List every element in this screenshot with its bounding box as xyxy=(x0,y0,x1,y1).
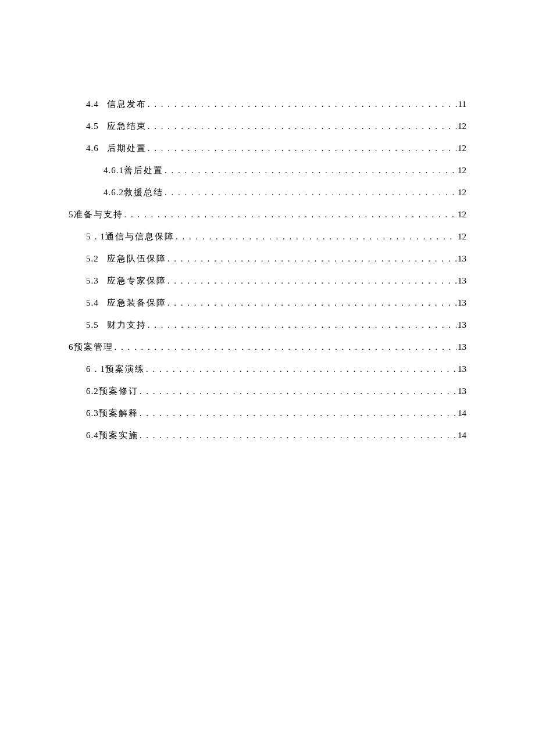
toc-entry[interactable]: 6预案管理13 xyxy=(69,342,466,353)
toc-title: 应急队伍保障 xyxy=(107,253,166,264)
toc-entry[interactable]: 4.4信息发布11 xyxy=(69,99,466,110)
toc-num: 4.6 xyxy=(86,144,99,153)
toc-title: 救援总结 xyxy=(124,187,163,198)
toc-leader xyxy=(146,364,456,374)
toc-title: 预案管理 xyxy=(74,342,113,353)
toc-leader xyxy=(148,121,456,131)
toc-entry[interactable]: 4.5应急结束12 xyxy=(69,121,466,132)
toc-num: 5．1 xyxy=(86,231,105,242)
toc-num: 4.4 xyxy=(86,99,99,109)
toc-num: 6.4 xyxy=(86,431,99,440)
toc-page: 13 xyxy=(458,254,466,264)
toc-entry[interactable]: 4.6后期处置12 xyxy=(69,143,466,154)
toc-entry[interactable]: 5.3应急专家保障13 xyxy=(69,275,466,286)
toc-title: 善后处置 xyxy=(124,165,163,176)
toc-title: 预案演练 xyxy=(105,364,145,375)
toc-title: 应急专家保障 xyxy=(107,275,166,286)
toc-num: 4.6.1 xyxy=(104,166,124,175)
toc-num: 6.3 xyxy=(86,409,99,418)
toc-num: 5.5 xyxy=(86,320,99,330)
toc-title: 财力支持 xyxy=(107,320,147,331)
toc-num: 6．1 xyxy=(86,364,105,375)
toc-leader xyxy=(115,342,457,352)
table-of-contents: 4.4信息发布114.5应急结束124.6后期处置124.6.1善后处置124.… xyxy=(69,99,466,441)
toc-entry[interactable]: 6．1预案演练13 xyxy=(69,364,466,375)
toc-page: 12 xyxy=(458,121,466,131)
toc-page: 12 xyxy=(458,144,466,153)
toc-page: 14 xyxy=(458,409,466,418)
toc-title: 后期处置 xyxy=(107,143,147,154)
toc-entry[interactable]: 6.3预案解释14 xyxy=(69,408,466,419)
toc-leader xyxy=(167,298,456,308)
toc-leader xyxy=(167,254,456,264)
toc-page: 12 xyxy=(458,232,466,242)
toc-leader xyxy=(124,210,457,220)
toc-leader xyxy=(140,386,456,396)
toc-page: 11 xyxy=(458,99,466,109)
toc-page: 13 xyxy=(458,298,466,308)
toc-num: 5.4 xyxy=(86,298,99,308)
toc-num: 5.2 xyxy=(86,254,99,264)
toc-leader xyxy=(140,409,456,418)
toc-page: 13 xyxy=(458,342,466,352)
toc-title: 通信与信息保障 xyxy=(105,231,174,242)
toc-entry[interactable]: 5.5财力支持13 xyxy=(69,320,466,331)
toc-num: 5 xyxy=(69,210,74,220)
toc-page: 12 xyxy=(458,166,466,175)
toc-page: 12 xyxy=(458,188,466,198)
toc-page: 13 xyxy=(458,364,466,374)
toc-title: 准备与支持 xyxy=(74,209,123,220)
toc-page: 14 xyxy=(458,431,466,440)
toc-page: 13 xyxy=(458,386,466,396)
toc-title: 应急结束 xyxy=(107,121,147,132)
toc-title: 预案解释 xyxy=(99,408,138,419)
toc-num: 6.2 xyxy=(86,386,99,396)
toc-entry[interactable]: 6.2预案修订13 xyxy=(69,386,466,397)
toc-entry[interactable]: 5.4应急装备保障13 xyxy=(69,298,466,309)
toc-entry[interactable]: 5.2应急队伍保障13 xyxy=(69,253,466,264)
toc-leader xyxy=(176,232,456,242)
toc-leader xyxy=(165,188,456,198)
toc-num: 4.5 xyxy=(86,121,99,131)
toc-leader xyxy=(165,166,456,175)
toc-num: 5.3 xyxy=(86,276,99,286)
toc-num: 6 xyxy=(69,342,74,352)
toc-entry[interactable]: 5准备与支持12 xyxy=(69,209,466,220)
toc-leader xyxy=(148,144,456,153)
toc-title: 预案修订 xyxy=(99,386,138,397)
toc-entry[interactable]: 6.4预案实施14 xyxy=(69,430,466,441)
toc-num: 4.6.2 xyxy=(104,188,124,198)
toc-entry[interactable]: 4.6.2救援总结12 xyxy=(69,187,466,198)
toc-leader xyxy=(167,276,456,286)
toc-leader xyxy=(148,320,456,330)
toc-page: 12 xyxy=(458,210,466,220)
toc-title: 信息发布 xyxy=(107,99,147,110)
toc-entry[interactable]: 4.6.1善后处置12 xyxy=(69,165,466,176)
toc-leader xyxy=(148,99,457,109)
toc-title: 应急装备保障 xyxy=(107,298,166,309)
toc-page: 13 xyxy=(458,320,466,330)
toc-page: 13 xyxy=(458,276,466,286)
toc-title: 预案实施 xyxy=(99,430,138,441)
toc-entry[interactable]: 5．1通信与信息保障12 xyxy=(69,231,466,242)
toc-leader xyxy=(140,431,456,440)
